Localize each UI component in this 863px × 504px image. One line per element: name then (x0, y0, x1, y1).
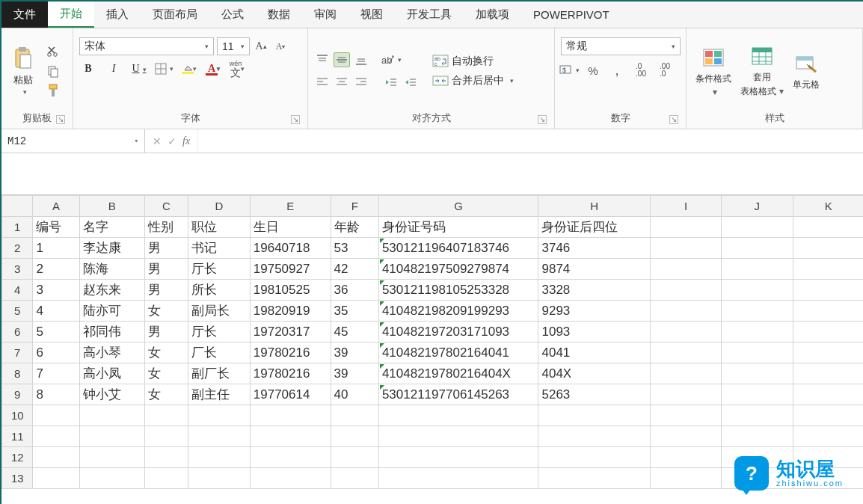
cell[interactable]: 女 (144, 384, 188, 405)
cell[interactable]: 530121198105253328 (378, 280, 538, 301)
cell[interactable] (188, 468, 250, 489)
cell[interactable]: 男 (144, 238, 188, 259)
cell[interactable] (722, 363, 793, 384)
italic-button[interactable]: I (105, 63, 123, 75)
cell[interactable]: 厅长 (188, 259, 250, 280)
cell[interactable]: 530121196407183746 (378, 238, 538, 259)
row-header[interactable]: 5 (2, 301, 33, 322)
cell[interactable]: 19770614 (250, 384, 331, 405)
cell[interactable] (722, 405, 793, 426)
cell[interactable] (793, 363, 863, 384)
cell[interactable]: 19820919 (250, 301, 331, 322)
percent-format-button[interactable]: % (585, 63, 601, 78)
tab-数据[interactable]: 数据 (256, 1, 302, 28)
cell[interactable]: 5 (33, 322, 79, 342)
cell[interactable]: 高小琴 (79, 342, 144, 363)
underline-button[interactable]: U▾ (130, 63, 148, 75)
cell[interactable] (722, 342, 793, 363)
cancel-formula-icon[interactable]: ✕ (153, 135, 162, 147)
cell[interactable] (250, 426, 331, 447)
cell[interactable]: 8 (33, 384, 79, 405)
cell[interactable] (722, 322, 793, 342)
format-painter-button[interactable] (45, 83, 61, 98)
cell[interactable]: 4041 (538, 342, 650, 363)
merge-center-button[interactable]: 合并后居中 ▾ (432, 74, 514, 87)
font-name-select[interactable]: 宋体▾ (79, 37, 214, 55)
cell[interactable] (722, 238, 793, 259)
cell[interactable] (538, 447, 650, 468)
fill-color-button[interactable]: ▾ (179, 61, 196, 76)
row-header[interactable]: 2 (2, 238, 33, 259)
accept-formula-icon[interactable]: ✓ (168, 135, 176, 147)
cell[interactable]: 36 (331, 280, 378, 301)
row-header[interactable]: 12 (2, 447, 33, 468)
orientation-button[interactable]: ab▾ (383, 52, 399, 67)
cell[interactable] (722, 280, 793, 301)
row-header[interactable]: 3 (2, 259, 33, 280)
conditional-format-button[interactable]: 条件格式▾ (692, 44, 734, 99)
cell[interactable] (793, 238, 863, 259)
row-header[interactable]: 9 (2, 384, 33, 405)
cell[interactable] (650, 217, 721, 238)
font-size-select[interactable]: 11▾ (217, 37, 250, 55)
row-header[interactable]: 13 (2, 468, 33, 489)
cell[interactable]: 名字 (79, 217, 144, 238)
spreadsheet-grid[interactable]: ABCDEFGHIJK1编号名字性别职位生日年龄身份证号码身份证后四位21李达康… (1, 195, 863, 489)
cell[interactable] (722, 384, 793, 405)
tab-审阅[interactable]: 审阅 (302, 1, 348, 28)
cell[interactable]: 1 (33, 238, 79, 259)
cell[interactable]: 女 (144, 342, 188, 363)
cell[interactable] (250, 405, 331, 426)
phonetic-guide-button[interactable]: wén文▾ (227, 61, 244, 76)
cell[interactable]: 身份证后四位 (538, 217, 650, 238)
alignment-dialog-icon[interactable]: ↘ (538, 115, 547, 124)
cell[interactable]: 530121197706145263 (378, 384, 538, 405)
align-top-icon[interactable] (314, 52, 331, 67)
cell[interactable] (650, 301, 721, 322)
cell[interactable] (793, 384, 863, 405)
align-right-icon[interactable] (353, 75, 369, 90)
cell[interactable]: 陈海 (79, 259, 144, 280)
decrease-decimal-icon[interactable]: .00.0 (657, 63, 673, 78)
tab-开发工具[interactable]: 开发工具 (395, 1, 464, 28)
cell[interactable]: 404X (538, 363, 650, 384)
cell[interactable]: 女 (144, 301, 188, 322)
cell[interactable]: 赵东来 (79, 280, 144, 301)
cell[interactable] (722, 426, 793, 447)
name-box[interactable]: M12▾ (1, 129, 145, 153)
col-header-H[interactable]: H (538, 196, 650, 217)
cell[interactable] (188, 447, 250, 468)
cell[interactable] (538, 468, 650, 489)
cell[interactable]: 男 (144, 259, 188, 280)
row-header[interactable]: 10 (2, 405, 33, 426)
row-header[interactable]: 7 (2, 342, 33, 363)
cell[interactable]: 5263 (538, 384, 650, 405)
cell[interactable] (79, 468, 144, 489)
tab-视图[interactable]: 视图 (348, 1, 395, 28)
cell[interactable] (650, 238, 721, 259)
cell[interactable] (79, 447, 144, 468)
cell[interactable]: 9874 (538, 259, 650, 280)
cell[interactable]: 19780216 (250, 342, 331, 363)
increase-decimal-icon[interactable]: .0.00 (633, 63, 649, 78)
cell[interactable]: 厂长 (188, 342, 250, 363)
cell[interactable]: 高小凤 (79, 363, 144, 384)
wrap-text-button[interactable]: abc 自动换行 (432, 55, 514, 68)
cell[interactable]: 6 (33, 342, 79, 363)
cell[interactable]: 410482198209199293 (378, 301, 538, 322)
col-header-B[interactable]: B (79, 196, 144, 217)
cell[interactable] (331, 426, 378, 447)
cell[interactable]: 书记 (188, 238, 250, 259)
col-header-K[interactable]: K (793, 196, 863, 217)
cell[interactable] (79, 426, 144, 447)
cell-styles-button[interactable]: 单元格 (790, 50, 823, 93)
cell[interactable]: 42 (331, 259, 378, 280)
cell[interactable]: 7 (33, 363, 79, 384)
cell[interactable] (793, 426, 863, 447)
cell[interactable] (793, 322, 863, 342)
increase-indent-icon[interactable] (402, 75, 419, 90)
cell[interactable] (650, 342, 721, 363)
cell[interactable] (378, 405, 538, 426)
cell[interactable]: 编号 (33, 217, 79, 238)
col-header-D[interactable]: D (188, 196, 250, 217)
